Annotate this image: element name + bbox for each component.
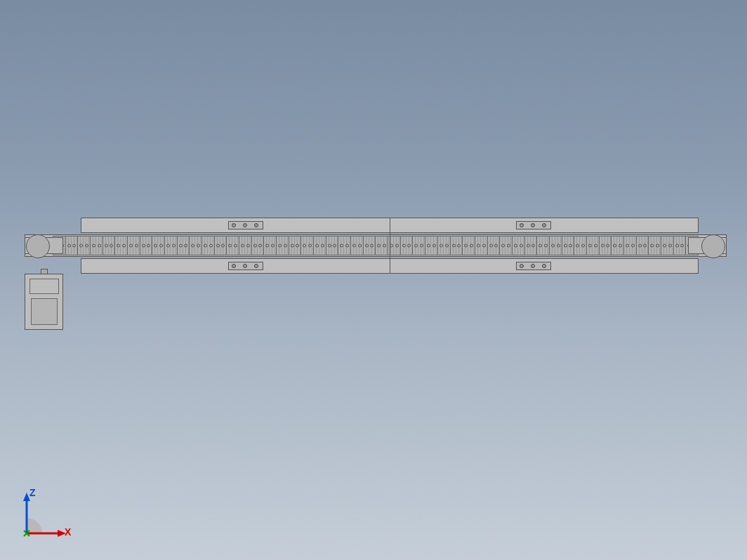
chain-link — [599, 236, 612, 255]
chain-link — [648, 236, 661, 255]
chain-link — [673, 236, 686, 255]
chain-link — [350, 236, 363, 255]
chain-link — [338, 236, 350, 255]
chain-link — [661, 236, 673, 255]
motor-shaft — [41, 269, 48, 274]
bolt-icon — [542, 223, 546, 227]
mount-bracket — [228, 262, 263, 270]
bolt-icon — [232, 264, 236, 268]
chain-link — [276, 236, 289, 255]
chain-link — [164, 236, 177, 255]
chain-link — [177, 236, 190, 255]
chain-link — [611, 236, 623, 255]
bolt-icon — [531, 223, 535, 227]
chain-link — [487, 236, 500, 255]
chain-link — [289, 236, 301, 255]
chain-link — [462, 236, 475, 255]
chain-link — [512, 236, 524, 255]
chain-link — [375, 236, 388, 255]
chain-link — [562, 236, 574, 255]
bolt-icon — [254, 223, 258, 227]
coordinate-triad[interactable]: Z X — [14, 490, 70, 546]
bolt-icon — [243, 264, 247, 268]
chain-link — [412, 236, 425, 255]
chain-link — [549, 236, 562, 255]
chain-link — [189, 236, 201, 255]
drive-motor — [25, 274, 63, 330]
rail-seam — [390, 218, 390, 274]
z-axis-label: Z — [29, 487, 36, 498]
chain-link — [524, 236, 537, 255]
motor-flange — [29, 279, 59, 294]
chain-link — [499, 236, 512, 255]
end-sprocket-left — [25, 225, 63, 267]
chain-link — [437, 236, 450, 255]
chain-link — [586, 236, 599, 255]
chain-link — [623, 236, 636, 255]
chain-link — [313, 236, 326, 255]
chain-link — [263, 236, 276, 255]
chain-link — [226, 236, 239, 255]
chain-link — [425, 236, 437, 255]
chain-links — [53, 236, 699, 255]
cad-viewport[interactable]: Z X — [0, 0, 747, 560]
chain-link — [636, 236, 649, 255]
chain-link — [65, 236, 78, 255]
chain-link — [103, 236, 115, 255]
chain-link — [363, 236, 376, 255]
bolt-icon — [531, 264, 535, 268]
chain-link — [400, 236, 413, 255]
bolt-icon — [542, 264, 546, 268]
x-axis-label: X — [65, 526, 71, 538]
chain-link — [152, 236, 164, 255]
bolt-icon — [232, 223, 236, 227]
chain-link — [475, 236, 487, 255]
mount-bracket — [228, 221, 263, 229]
mount-bracket — [516, 262, 551, 270]
chain-link — [201, 236, 214, 255]
bolt-icon — [254, 264, 258, 268]
chain-link — [326, 236, 338, 255]
chain-link — [127, 236, 140, 255]
chain-link — [450, 236, 463, 255]
bolt-icon — [520, 264, 524, 268]
bolt-icon — [520, 223, 524, 227]
chain-link — [251, 236, 264, 255]
chain-link — [114, 236, 127, 255]
mount-bracket — [516, 221, 551, 229]
conveyor-assembly — [25, 218, 727, 323]
chain-link — [300, 236, 313, 255]
end-sprocket-right — [688, 225, 727, 267]
chain-link — [536, 236, 549, 255]
chain-link — [140, 236, 152, 255]
chain-link — [239, 236, 251, 255]
chain-link — [574, 236, 586, 255]
chain-link — [77, 236, 90, 255]
bolt-icon — [243, 223, 247, 227]
chain-link — [214, 236, 227, 255]
motor-body — [31, 298, 58, 325]
chain-link — [90, 236, 103, 255]
